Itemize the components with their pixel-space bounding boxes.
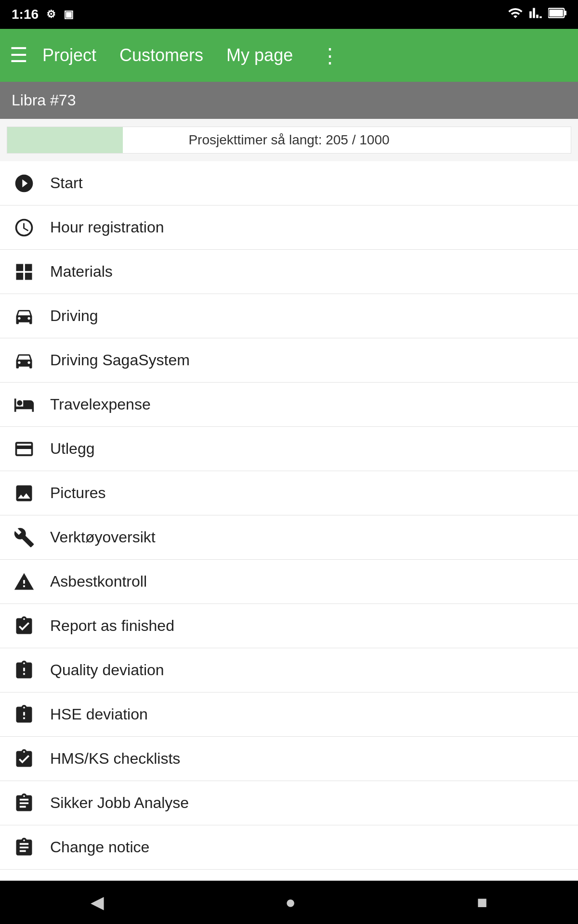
menu-item-driving[interactable]: Driving xyxy=(0,294,578,338)
menu-item-materials[interactable]: Materials xyxy=(0,250,578,294)
svg-rect-2 xyxy=(549,9,563,16)
card-icon xyxy=(12,436,37,462)
menu-item-hms-checklists[interactable]: HMS/KS checklists xyxy=(0,737,578,781)
progress-fill xyxy=(7,127,123,153)
menu-label-utlegg: Utlegg xyxy=(50,440,95,458)
recents-button[interactable]: ■ xyxy=(477,892,487,912)
menu-label-asbestkontroll: Asbestkontroll xyxy=(50,573,147,590)
menu-label-materials: Materials xyxy=(50,263,113,281)
status-bar-left: 1:16 ⚙ ▣ xyxy=(12,7,74,22)
menu-label-change-notice: Change notice xyxy=(50,838,149,856)
exclaim-clipboard-hse-icon xyxy=(12,702,37,727)
menu-item-hse-deviation[interactable]: HSE deviation xyxy=(0,693,578,737)
more-menu[interactable]: ⋮ xyxy=(320,44,340,67)
check-list-icon xyxy=(12,746,37,771)
menu-item-travelexpense[interactable]: Travelexpense xyxy=(0,383,578,427)
menu-item-start[interactable]: Start xyxy=(0,161,578,205)
project-title: Libra #73 xyxy=(12,91,76,109)
menu-label-driving-saga: Driving SagaSystem xyxy=(50,351,190,369)
car-icon xyxy=(12,304,37,329)
nav-project[interactable]: Project xyxy=(42,45,96,65)
menu-label-sikker-jobb: Sikker Jobb Analyse xyxy=(50,794,189,812)
svg-rect-1 xyxy=(564,11,566,15)
clock-icon xyxy=(12,215,37,240)
menu-item-quality-deviation[interactable]: Quality deviation xyxy=(0,648,578,693)
menu-label-verktoy: Verktøyoversikt xyxy=(50,528,156,546)
menu-label-driving: Driving xyxy=(50,307,98,325)
wrench-icon xyxy=(12,525,37,550)
warning-icon xyxy=(12,569,37,594)
back-button[interactable]: ◀ xyxy=(91,892,104,912)
menu-label-quality-deviation: Quality deviation xyxy=(50,661,164,679)
signal-icon xyxy=(529,5,542,24)
wifi-icon xyxy=(508,5,523,24)
menu-item-driving-saga[interactable]: Driving SagaSystem xyxy=(0,338,578,383)
menu-item-asbestkontroll[interactable]: Asbestkontroll xyxy=(0,560,578,604)
sim-icon: ▣ xyxy=(64,8,74,21)
menu-item-report-finished[interactable]: Report as finished xyxy=(0,604,578,648)
play-icon xyxy=(12,171,37,196)
status-bar-right xyxy=(508,5,566,24)
project-header: Libra #73 xyxy=(0,82,578,119)
progress-text: Prosjekttimer så langt: 205 / 1000 xyxy=(188,132,389,148)
menu-item-utlegg[interactable]: Utlegg xyxy=(0,427,578,471)
clipboard-sja-icon xyxy=(12,791,37,816)
status-time: 1:16 xyxy=(12,7,39,22)
battery-icon xyxy=(548,6,566,23)
menu-label-hms-checklists: HMS/KS checklists xyxy=(50,750,180,768)
menu-label-pictures: Pictures xyxy=(50,484,106,502)
clipboard-change-icon xyxy=(12,835,37,860)
progress-bar-container: Prosjekttimer så langt: 205 / 1000 xyxy=(7,127,571,154)
menu-item-hour-registration[interactable]: Hour registration xyxy=(0,205,578,250)
menu-label-hour-registration: Hour registration xyxy=(50,218,164,236)
menu-label-report-finished: Report as finished xyxy=(50,617,174,635)
exclaim-clipboard-quality-icon xyxy=(12,658,37,683)
menu-item-verktoy[interactable]: Verktøyoversikt xyxy=(0,515,578,560)
menu-label-hse-deviation: HSE deviation xyxy=(50,706,148,723)
image-icon xyxy=(12,481,37,506)
menu-label-start: Start xyxy=(50,174,83,192)
home-button[interactable]: ● xyxy=(285,892,296,912)
status-bar: 1:16 ⚙ ▣ xyxy=(0,0,578,29)
bottom-navigation: ◀ ● ■ xyxy=(0,881,578,924)
settings-icon: ⚙ xyxy=(46,8,56,21)
menu-item-sikker-jobb[interactable]: Sikker Jobb Analyse xyxy=(0,781,578,825)
bed-icon xyxy=(12,392,37,417)
check-clipboard-icon xyxy=(12,614,37,639)
nav-mypage[interactable]: My page xyxy=(226,45,293,65)
menu-list: Start Hour registration Materials Drivin… xyxy=(0,161,578,914)
nav-customers[interactable]: Customers xyxy=(119,45,203,65)
menu-label-travelexpense: Travelexpense xyxy=(50,396,151,413)
navbar: ☰ Project Customers My page ⋮ xyxy=(0,29,578,82)
grid-icon xyxy=(12,259,37,284)
menu-item-change-notice[interactable]: Change notice xyxy=(0,825,578,870)
menu-item-pictures[interactable]: Pictures xyxy=(0,471,578,515)
car-saga-icon xyxy=(12,348,37,373)
hamburger-menu[interactable]: ☰ xyxy=(10,45,28,65)
